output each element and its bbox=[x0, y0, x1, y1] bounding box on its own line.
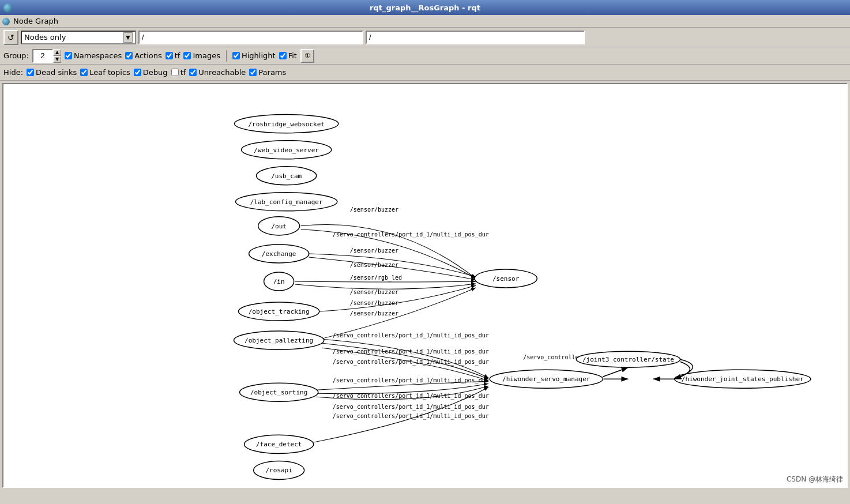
dead-sinks-checkbox-label[interactable]: Dead sinks bbox=[27, 68, 77, 77]
leaf-topics-label: Leaf topics bbox=[89, 68, 130, 77]
tf-checkbox[interactable] bbox=[166, 52, 173, 59]
title-bar-globe-icon bbox=[3, 3, 14, 13]
group-label: Group: bbox=[3, 51, 29, 60]
fit-checkbox-label[interactable]: Fit bbox=[279, 51, 297, 60]
toolbar-row-3: Hide: Dead sinks Leaf topics Debug tf Un… bbox=[0, 65, 850, 81]
svg-text:/exchange: /exchange bbox=[262, 250, 296, 258]
svg-text:/servo_controllers/port_id_1/m: /servo_controllers/port_id_1/multi_id_po… bbox=[333, 348, 489, 355]
svg-text:/sensor/buzzer: /sensor/buzzer bbox=[350, 247, 398, 254]
svg-text:/sensor/buzzer: /sensor/buzzer bbox=[350, 289, 398, 295]
graph-area[interactable]: /sensor/buzzer /servo_controllers/port_i… bbox=[2, 83, 848, 488]
svg-text:/web_video_server: /web_video_server bbox=[254, 146, 319, 154]
images-checkbox-label[interactable]: Images bbox=[183, 51, 220, 60]
tf-label: tf bbox=[175, 51, 180, 60]
svg-text:/object_pallezting: /object_pallezting bbox=[245, 337, 313, 344]
svg-text:/hiwonder_joint_states_publish: /hiwonder_joint_states_publisher bbox=[682, 375, 804, 383]
namespaces-label: Namespaces bbox=[74, 51, 122, 60]
debug-checkbox-label[interactable]: Debug bbox=[134, 68, 168, 77]
svg-text:/servo_controllers/port_id_1/m: /servo_controllers/port_id_1/multi_id_po… bbox=[333, 231, 489, 238]
actions-checkbox[interactable] bbox=[125, 52, 133, 59]
svg-text:/servo_controllers/port_id_1/m: /servo_controllers/port_id_1/multi_id_po… bbox=[333, 359, 489, 366]
highlight-checkbox-label[interactable]: Highlight bbox=[232, 51, 276, 60]
svg-text:/sensor/rgb_led: /sensor/rgb_led bbox=[350, 274, 402, 281]
fit-checkbox[interactable] bbox=[279, 52, 287, 59]
title-bar-text: rqt_graph__RosGraph - rqt bbox=[370, 3, 480, 12]
page-icon-button[interactable]: ① bbox=[300, 49, 314, 63]
svg-text:/joint3_controller/state: /joint3_controller/state bbox=[582, 356, 674, 363]
toolbar-row-1: ↺ Nodes only ▼ bbox=[0, 28, 850, 47]
tf2-checkbox-label[interactable]: tf bbox=[171, 68, 186, 77]
unreachable-checkbox-label[interactable]: Unreachable bbox=[189, 68, 246, 77]
dead-sinks-checkbox[interactable] bbox=[27, 69, 34, 76]
group-spinbox[interactable]: ▲ ▼ bbox=[32, 49, 61, 63]
svg-text:/object_sorting: /object_sorting bbox=[250, 389, 307, 396]
svg-text:/servo_controllers/port_id_1/m: /servo_controllers/port_id_1/multi_id_po… bbox=[333, 377, 489, 384]
svg-text:/lab_config_manager: /lab_config_manager bbox=[250, 198, 323, 206]
svg-text:/sensor/buzzer: /sensor/buzzer bbox=[350, 206, 398, 213]
svg-text:/sensor: /sensor bbox=[492, 275, 520, 283]
svg-text:/sensor/buzzer: /sensor/buzzer bbox=[350, 300, 398, 306]
filter-input-2[interactable] bbox=[366, 31, 585, 44]
leaf-topics-checkbox[interactable] bbox=[80, 69, 88, 76]
images-label: Images bbox=[193, 51, 220, 60]
spinbox-down[interactable]: ▼ bbox=[53, 56, 61, 63]
graph-svg: /sensor/buzzer /servo_controllers/port_i… bbox=[3, 84, 847, 487]
images-checkbox[interactable] bbox=[183, 52, 191, 59]
params-checkbox[interactable] bbox=[249, 69, 257, 76]
dropdown-value: Nodes only bbox=[24, 33, 122, 42]
params-label: Params bbox=[258, 68, 286, 77]
unreachable-checkbox[interactable] bbox=[189, 69, 197, 76]
menu-bar-label[interactable]: Node Graph bbox=[13, 17, 58, 25]
filter-input-1[interactable] bbox=[138, 31, 363, 44]
spinbox-up[interactable]: ▲ bbox=[53, 49, 61, 56]
svg-text:/face_detect: /face_detect bbox=[256, 441, 302, 448]
hide-label: Hide: bbox=[3, 68, 23, 77]
svg-text:/servo_controllers/port_id_1/m: /servo_controllers/port_id_1/multi_id_po… bbox=[333, 404, 489, 411]
group-value[interactable] bbox=[32, 49, 53, 63]
svg-text:/sensor/buzzer: /sensor/buzzer bbox=[350, 310, 398, 317]
debug-checkbox[interactable] bbox=[134, 69, 141, 76]
actions-checkbox-label[interactable]: Actions bbox=[125, 51, 162, 60]
unreachable-label: Unreachable bbox=[198, 68, 246, 77]
svg-text:/in: /in bbox=[273, 278, 285, 285]
leaf-topics-checkbox-label[interactable]: Leaf topics bbox=[80, 68, 130, 77]
spinbox-buttons: ▲ ▼ bbox=[53, 49, 61, 63]
fit-label: Fit bbox=[288, 51, 297, 60]
tf2-label: tf bbox=[180, 68, 186, 77]
tf-checkbox-label[interactable]: tf bbox=[166, 51, 180, 60]
namespaces-checkbox-label[interactable]: Namespaces bbox=[65, 51, 122, 60]
params-checkbox-label[interactable]: Params bbox=[249, 68, 286, 77]
actions-label: Actions bbox=[134, 51, 162, 60]
separator-1 bbox=[226, 50, 227, 62]
highlight-label: Highlight bbox=[242, 51, 276, 60]
svg-text:/out: /out bbox=[271, 223, 287, 230]
tf2-checkbox[interactable] bbox=[171, 69, 179, 76]
title-bar: rqt_graph__RosGraph - rqt bbox=[0, 0, 850, 15]
watermark: CSDN @林海绮律 bbox=[787, 475, 843, 484]
svg-text:/object_tracking: /object_tracking bbox=[249, 308, 310, 315]
svg-text:/servo_controllers/port_id_1/m: /servo_controllers/port_id_1/multi_id_po… bbox=[333, 332, 489, 339]
globe-icon-small bbox=[2, 17, 11, 25]
debug-label: Debug bbox=[143, 68, 168, 77]
menu-bar: Node Graph bbox=[0, 15, 850, 28]
namespaces-checkbox[interactable] bbox=[65, 52, 72, 59]
dead-sinks-label: Dead sinks bbox=[36, 68, 77, 77]
highlight-checkbox[interactable] bbox=[232, 52, 240, 59]
svg-text:/rosapi: /rosapi bbox=[265, 467, 292, 474]
view-mode-dropdown[interactable]: Nodes only ▼ bbox=[21, 31, 136, 44]
svg-text:/sensor/buzzer: /sensor/buzzer bbox=[350, 262, 398, 268]
refresh-button[interactable]: ↺ bbox=[3, 30, 18, 45]
svg-text:/rosbridge_websocket: /rosbridge_websocket bbox=[248, 121, 324, 128]
svg-text:/usb_cam: /usb_cam bbox=[271, 172, 302, 180]
dropdown-arrow[interactable]: ▼ bbox=[123, 32, 133, 43]
svg-text:/servo_controllers/port_id_1/m: /servo_controllers/port_id_1/multi_id_po… bbox=[333, 413, 489, 420]
toolbar-row-2: Group: ▲ ▼ Namespaces Actions tf Images … bbox=[0, 47, 850, 65]
page-icon-text: ① bbox=[304, 52, 310, 59]
svg-text:/hiwonder_servo_manager: /hiwonder_servo_manager bbox=[502, 375, 591, 383]
